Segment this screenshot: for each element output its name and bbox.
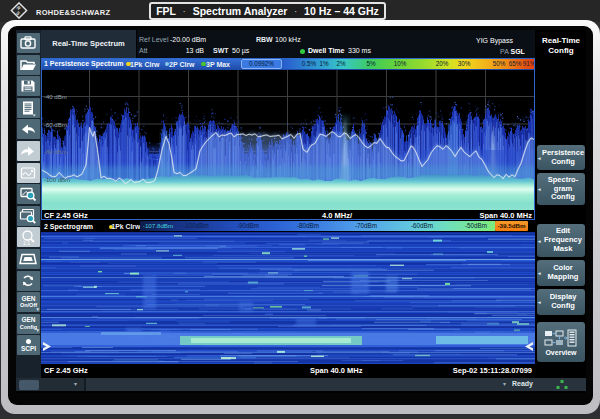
svg-text:1:1: 1:1 <box>23 240 30 246</box>
svg-text:-40 dBm: -40 dBm <box>44 94 67 100</box>
svg-text:-80 dBm: -80 dBm <box>44 149 67 155</box>
svg-text:-100 dBm: -100 dBm <box>44 176 70 182</box>
svg-text:-60 dBm: -60 dBm <box>44 121 67 127</box>
